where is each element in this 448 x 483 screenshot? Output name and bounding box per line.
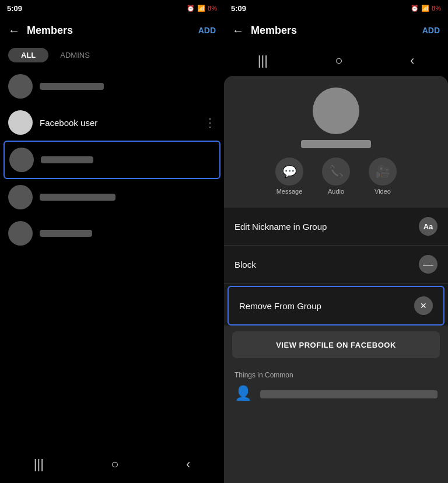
member-name-placeholder	[40, 83, 104, 90]
more-options-icon[interactable]: ⋮	[204, 116, 216, 130]
block-item[interactable]: Block —	[224, 246, 448, 284]
audio-label: Audio	[328, 188, 344, 195]
tabs-left: ALL ADMINS	[0, 44, 224, 68]
alarm-icon: ⏰	[187, 5, 195, 12]
audio-action: 📞 Audio	[322, 158, 350, 195]
block-symbol: —	[423, 258, 433, 271]
phone-icon: 📞	[329, 164, 344, 178]
battery-left: 8%	[208, 5, 217, 12]
edit-nickname-label: Edit Nickname in Group	[235, 222, 327, 232]
remove-icon: ✕	[414, 296, 433, 315]
view-profile-button[interactable]: VIEW PROFILE ON FACEBOOK	[232, 331, 440, 358]
block-label: Block	[235, 260, 256, 270]
home-icon-right[interactable]: ○	[335, 53, 342, 68]
menu-icon-right[interactable]: |||	[258, 53, 268, 68]
add-button-right[interactable]: ADD	[422, 26, 440, 35]
message-label: Message	[276, 188, 303, 195]
page-title-left: Members	[27, 24, 198, 37]
person-icon: 👤	[235, 385, 253, 404]
member-name-placeholder	[40, 194, 116, 201]
back-icon-right[interactable]: ‹	[410, 53, 414, 68]
member-list: Facebook user ⋮	[0, 68, 224, 448]
page-title-right: Members	[251, 24, 422, 37]
list-item[interactable]	[4, 141, 220, 179]
avatar	[8, 74, 33, 99]
member-name-placeholder	[41, 156, 93, 163]
things-row: 👤	[235, 385, 438, 404]
action-buttons: 💬 Message 📞 Audio 🎥 Video	[275, 158, 397, 195]
aa-text: Aa	[424, 222, 433, 231]
profile-name-bar	[301, 140, 371, 148]
things-bar	[260, 390, 438, 398]
avatar	[8, 221, 33, 246]
signal-icon: 📶	[197, 5, 205, 12]
remove-from-group-item[interactable]: Remove From Group ✕	[228, 286, 444, 326]
time-right: 5:09	[231, 4, 246, 13]
remove-symbol: ✕	[420, 301, 427, 310]
nickname-icon: Aa	[419, 217, 438, 236]
menu-section: Edit Nickname in Group Aa Block — Remove…	[224, 208, 448, 326]
profile-sheet: 💬 Message 📞 Audio 🎥 Video	[224, 76, 448, 483]
bottom-nav-right: ||| ○ ‹	[224, 44, 448, 79]
edit-nickname-item[interactable]: Edit Nickname in Group Aa	[224, 208, 448, 246]
add-button-left[interactable]: ADD	[198, 26, 216, 35]
list-item[interactable]: Facebook user ⋮	[0, 104, 224, 141]
list-item[interactable]	[0, 179, 224, 215]
member-name-placeholder	[40, 230, 92, 237]
things-in-common-section: Things in Common 👤	[224, 364, 448, 411]
profile-avatar	[313, 88, 359, 134]
message-icon: 💬	[282, 164, 297, 178]
tab-all[interactable]: ALL	[8, 48, 48, 62]
header-right: ← Members ADD	[224, 16, 448, 44]
status-icons-right: ⏰ 📶 8%	[411, 5, 441, 12]
back-icon-left[interactable]: ‹	[186, 457, 190, 472]
tab-admins[interactable]: ADMINS	[58, 48, 92, 62]
message-action: 💬 Message	[275, 158, 303, 195]
video-label: Video	[374, 188, 391, 195]
status-bar-left: 5:09 ⏰ 📶 8%	[0, 0, 224, 16]
time-left: 5:09	[7, 4, 22, 13]
left-panel: 5:09 ⏰ 📶 8% ← Members ADD ALL ADMINS Fac…	[0, 0, 224, 483]
back-button-right[interactable]: ←	[232, 24, 244, 37]
menu-icon-left[interactable]: |||	[34, 457, 44, 472]
remove-from-group-label: Remove From Group	[239, 301, 321, 311]
message-button[interactable]: 💬	[275, 158, 303, 186]
avatar	[8, 185, 33, 209]
audio-button[interactable]: 📞	[322, 158, 350, 186]
status-bar-right: 5:09 ⏰ 📶 8%	[224, 0, 448, 16]
list-item[interactable]	[0, 68, 224, 104]
profile-section: 💬 Message 📞 Audio 🎥 Video	[224, 76, 448, 206]
list-item[interactable]	[0, 215, 224, 251]
video-action: 🎥 Video	[369, 158, 397, 195]
back-button-left[interactable]: ←	[8, 24, 20, 37]
bottom-nav-left: ||| ○ ‹	[0, 448, 224, 483]
right-panel: 5:09 ⏰ 📶 8% ← Members ADD 💬 Message	[224, 0, 448, 483]
header-left: ← Members ADD	[0, 16, 224, 44]
home-icon-left[interactable]: ○	[111, 457, 118, 472]
video-button[interactable]: 🎥	[369, 158, 397, 186]
avatar	[8, 110, 33, 135]
things-in-common-title: Things in Common	[235, 371, 438, 379]
video-icon: 🎥	[376, 164, 390, 178]
view-profile-label: VIEW PROFILE ON FACEBOOK	[276, 341, 396, 349]
status-icons-left: ⏰ 📶 8%	[187, 5, 217, 12]
battery-right: 8%	[432, 5, 441, 12]
block-icon: —	[419, 255, 438, 274]
member-name: Facebook user	[40, 118, 97, 128]
signal-icon-right: 📶	[421, 5, 429, 12]
alarm-icon-right: ⏰	[411, 5, 419, 12]
avatar	[9, 148, 34, 172]
